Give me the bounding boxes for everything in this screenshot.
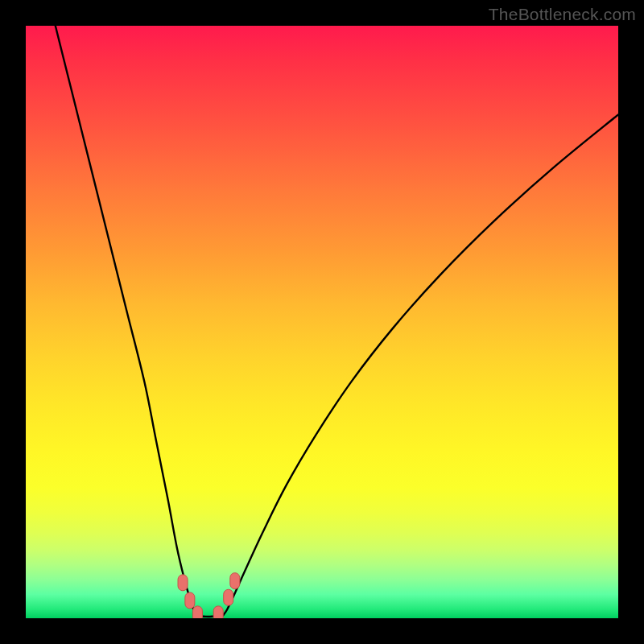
chart-frame: TheBottleneck.com [0,0,644,644]
curve-right [223,114,618,615]
main-curve [56,26,618,617]
marker-m5 [224,589,233,605]
marker-m2 [185,592,195,609]
marker-m4 [213,606,223,618]
plot-area [26,26,618,618]
marker-m1 [178,575,188,591]
marker-m6 [230,573,240,589]
marker-m3 [192,606,202,618]
markers [178,573,240,618]
curve-layer [26,26,618,618]
curve-left [56,26,196,615]
watermark-text: TheBottleneck.com [489,5,636,24]
